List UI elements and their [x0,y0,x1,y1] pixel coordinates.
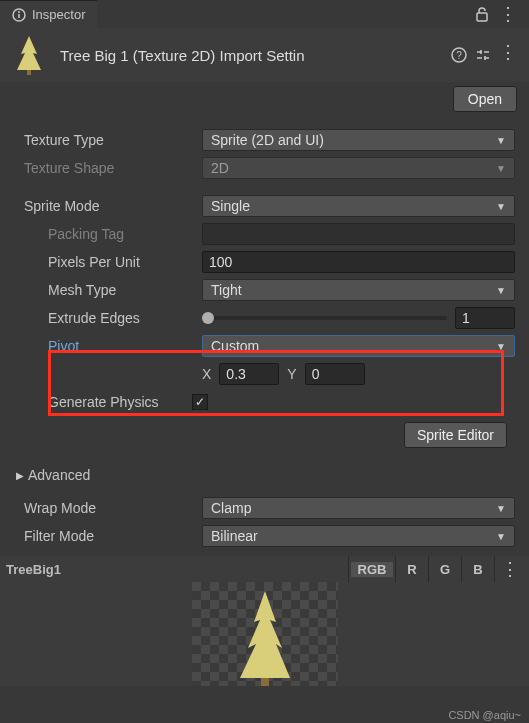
extrude-edges-slider[interactable] [202,316,447,320]
separator [428,556,429,582]
svg-rect-7 [261,678,269,686]
pivot-x-input[interactable] [219,363,279,385]
generate-physics-checkbox[interactable]: ✓ [192,394,208,410]
advanced-label: Advanced [28,467,90,483]
preview-image [192,582,338,686]
wrap-mode-value: Clamp [211,500,251,516]
svg-point-1 [18,11,20,13]
channel-r-button[interactable]: R [398,562,426,577]
kebab-icon[interactable]: ⋮ [497,558,523,580]
extrude-edges-value[interactable] [455,307,515,329]
texture-shape-label: Texture Shape [14,160,202,176]
help-icon[interactable]: ? [451,47,467,63]
sprite-editor-button[interactable]: Sprite Editor [404,422,507,448]
svg-text:?: ? [456,50,462,61]
chevron-down-icon: ▼ [496,163,506,174]
separator [461,556,462,582]
pivot-x-label: X [202,366,211,382]
mesh-type-label: Mesh Type [14,282,202,298]
packing-tag-label: Packing Tag [14,226,202,242]
advanced-foldout[interactable]: ▶ Advanced [14,462,515,488]
mesh-type-value: Tight [211,282,242,298]
tab-inspector[interactable]: Inspector [0,0,97,28]
slider-thumb[interactable] [202,312,214,324]
texture-type-dropdown[interactable]: Sprite (2D and UI) ▼ [202,129,515,151]
kebab-icon[interactable]: ⋮ [499,9,517,19]
svg-rect-2 [18,14,20,18]
channel-g-button[interactable]: G [431,562,459,577]
filter-mode-value: Bilinear [211,528,258,544]
texture-shape-dropdown: 2D ▼ [202,157,515,179]
tab-label: Inspector [32,7,85,22]
texture-type-label: Texture Type [14,132,202,148]
watermark: CSDN @aqiu~ [448,709,521,721]
pivot-label: Pivot [14,338,202,354]
filter-mode-dropdown[interactable]: Bilinear ▼ [202,525,515,547]
asset-thumbnail-icon [8,34,50,76]
info-icon [12,8,26,22]
generate-physics-label: Generate Physics [14,394,192,410]
chevron-down-icon: ▼ [496,503,506,514]
wrap-mode-dropdown[interactable]: Clamp ▼ [202,497,515,519]
open-button[interactable]: Open [453,86,517,112]
lock-icon[interactable] [475,6,489,22]
separator [348,556,349,582]
preview-asset-name: TreeBig1 [6,562,346,577]
sprite-mode-dropdown[interactable]: Single ▼ [202,195,515,217]
sprite-mode-label: Sprite Mode [14,198,202,214]
sprite-mode-value: Single [211,198,250,214]
filter-mode-label: Filter Mode [14,528,202,544]
texture-type-value: Sprite (2D and UI) [211,132,324,148]
channel-rgb-button[interactable]: RGB [351,562,393,577]
texture-shape-value: 2D [211,160,229,176]
separator [494,556,495,582]
page-title: Tree Big 1 (Texture 2D) Import Settin [60,47,441,64]
preset-icon[interactable] [475,47,491,63]
chevron-down-icon: ▼ [496,285,506,296]
pivot-dropdown[interactable]: Custom ▼ [202,335,515,357]
extrude-edges-label: Extrude Edges [14,310,202,326]
wrap-mode-label: Wrap Mode [14,500,202,516]
separator [395,556,396,582]
svg-rect-3 [477,13,487,21]
pivot-y-input[interactable] [305,363,365,385]
pivot-value: Custom [211,338,259,354]
chevron-down-icon: ▼ [496,201,506,212]
pivot-y-label: Y [287,366,296,382]
chevron-down-icon: ▼ [496,531,506,542]
mesh-type-dropdown[interactable]: Tight ▼ [202,279,515,301]
svg-rect-4 [27,70,31,75]
kebab-icon[interactable]: ⋮ [499,47,517,63]
channel-b-button[interactable]: B [464,562,492,577]
chevron-down-icon: ▼ [496,135,506,146]
chevron-right-icon: ▶ [16,470,24,481]
pixels-per-unit-label: Pixels Per Unit [14,254,202,270]
packing-tag-input [202,223,515,245]
pixels-per-unit-input[interactable] [202,251,515,273]
chevron-down-icon: ▼ [496,341,506,352]
